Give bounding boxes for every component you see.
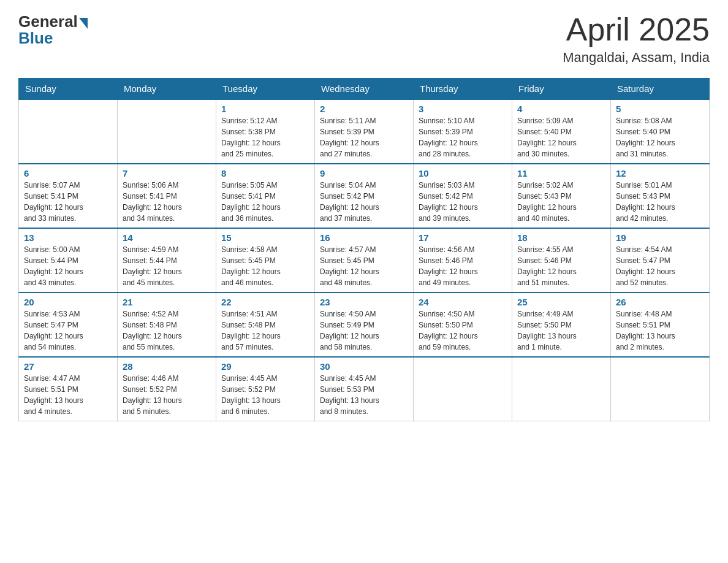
- day-info: Sunrise: 4:59 AM Sunset: 5:44 PM Dayligh…: [123, 244, 211, 288]
- day-info: Sunrise: 4:49 AM Sunset: 5:50 PM Dayligh…: [517, 308, 605, 353]
- day-info: Sunrise: 5:00 AM Sunset: 5:44 PM Dayligh…: [24, 244, 112, 288]
- logo-arrow-icon: [79, 18, 88, 29]
- day-number: 20: [24, 297, 112, 307]
- calendar-cell: 20Sunrise: 4:53 AM Sunset: 5:47 PM Dayli…: [19, 293, 118, 357]
- day-info: Sunrise: 4:54 AM Sunset: 5:47 PM Dayligh…: [616, 244, 704, 288]
- day-number: 12: [616, 168, 704, 178]
- weekday-header: Wednesday: [315, 79, 414, 100]
- day-info: Sunrise: 5:11 AM Sunset: 5:39 PM Dayligh…: [320, 115, 408, 159]
- day-number: 19: [616, 232, 704, 243]
- calendar-cell: [512, 357, 611, 421]
- day-number: 13: [24, 232, 112, 243]
- calendar-cell: 21Sunrise: 4:52 AM Sunset: 5:48 PM Dayli…: [118, 293, 216, 357]
- day-number: 17: [419, 232, 507, 243]
- day-info: Sunrise: 4:50 AM Sunset: 5:50 PM Dayligh…: [419, 308, 507, 353]
- day-info: Sunrise: 4:55 AM Sunset: 5:46 PM Dayligh…: [517, 244, 605, 288]
- calendar-cell: 12Sunrise: 5:01 AM Sunset: 5:43 PM Dayli…: [611, 164, 710, 228]
- calendar-week-row: 13Sunrise: 5:00 AM Sunset: 5:44 PM Dayli…: [19, 228, 710, 293]
- calendar-cell: 7Sunrise: 5:06 AM Sunset: 5:41 PM Daylig…: [118, 164, 216, 228]
- calendar-cell: 19Sunrise: 4:54 AM Sunset: 5:47 PM Dayli…: [611, 228, 710, 293]
- day-number: 18: [517, 232, 605, 243]
- weekday-header: Saturday: [611, 79, 710, 100]
- calendar-cell: 18Sunrise: 4:55 AM Sunset: 5:46 PM Dayli…: [512, 228, 611, 293]
- calendar-cell: 2Sunrise: 5:11 AM Sunset: 5:39 PM Daylig…: [315, 99, 414, 164]
- calendar-week-row: 1Sunrise: 5:12 AM Sunset: 5:38 PM Daylig…: [19, 99, 710, 164]
- day-info: Sunrise: 5:01 AM Sunset: 5:43 PM Dayligh…: [616, 180, 704, 224]
- calendar-cell: 3Sunrise: 5:10 AM Sunset: 5:39 PM Daylig…: [414, 99, 512, 164]
- weekday-header: Thursday: [414, 79, 512, 100]
- calendar-cell: 26Sunrise: 4:48 AM Sunset: 5:51 PM Dayli…: [611, 293, 710, 357]
- calendar-cell: 27Sunrise: 4:47 AM Sunset: 5:51 PM Dayli…: [19, 357, 118, 421]
- day-info: Sunrise: 4:48 AM Sunset: 5:51 PM Dayligh…: [616, 308, 704, 353]
- day-number: 9: [320, 168, 408, 178]
- calendar-cell: 1Sunrise: 5:12 AM Sunset: 5:38 PM Daylig…: [216, 99, 315, 164]
- calendar-week-row: 27Sunrise: 4:47 AM Sunset: 5:51 PM Dayli…: [19, 357, 710, 421]
- day-info: Sunrise: 5:09 AM Sunset: 5:40 PM Dayligh…: [517, 115, 605, 159]
- calendar-week-row: 20Sunrise: 4:53 AM Sunset: 5:47 PM Dayli…: [19, 293, 710, 357]
- calendar-cell: [118, 99, 216, 164]
- calendar-table: SundayMondayTuesdayWednesdayThursdayFrid…: [18, 78, 710, 421]
- day-number: 2: [320, 104, 408, 114]
- logo: General Blue: [18, 12, 88, 48]
- weekday-header: Tuesday: [216, 79, 315, 100]
- day-info: Sunrise: 4:56 AM Sunset: 5:46 PM Dayligh…: [419, 244, 507, 288]
- day-info: Sunrise: 4:46 AM Sunset: 5:52 PM Dayligh…: [123, 373, 211, 417]
- day-info: Sunrise: 4:47 AM Sunset: 5:51 PM Dayligh…: [24, 373, 112, 417]
- day-info: Sunrise: 5:06 AM Sunset: 5:41 PM Dayligh…: [123, 180, 211, 224]
- day-number: 24: [419, 297, 507, 307]
- day-number: 10: [419, 168, 507, 178]
- day-number: 23: [320, 297, 408, 307]
- day-number: 6: [24, 168, 112, 178]
- day-number: 16: [320, 232, 408, 243]
- page-subtitle: Mangaldai, Assam, India: [563, 50, 710, 66]
- calendar-cell: 6Sunrise: 5:07 AM Sunset: 5:41 PM Daylig…: [19, 164, 118, 228]
- day-number: 15: [221, 232, 309, 243]
- page-header: General Blue April 2025 Mangaldai, Assam…: [18, 12, 710, 66]
- day-number: 25: [517, 297, 605, 307]
- day-info: Sunrise: 4:45 AM Sunset: 5:52 PM Dayligh…: [221, 373, 309, 417]
- day-info: Sunrise: 5:03 AM Sunset: 5:42 PM Dayligh…: [419, 180, 507, 224]
- calendar-cell: 29Sunrise: 4:45 AM Sunset: 5:52 PM Dayli…: [216, 357, 315, 421]
- day-number: 3: [419, 104, 507, 114]
- day-info: Sunrise: 5:08 AM Sunset: 5:40 PM Dayligh…: [616, 115, 704, 159]
- calendar-cell: 28Sunrise: 4:46 AM Sunset: 5:52 PM Dayli…: [118, 357, 216, 421]
- calendar-cell: 9Sunrise: 5:04 AM Sunset: 5:42 PM Daylig…: [315, 164, 414, 228]
- title-section: April 2025 Mangaldai, Assam, India: [563, 12, 710, 66]
- day-info: Sunrise: 5:04 AM Sunset: 5:42 PM Dayligh…: [320, 180, 408, 224]
- day-number: 11: [517, 168, 605, 178]
- calendar-cell: 13Sunrise: 5:00 AM Sunset: 5:44 PM Dayli…: [19, 228, 118, 293]
- day-info: Sunrise: 5:10 AM Sunset: 5:39 PM Dayligh…: [419, 115, 507, 159]
- day-info: Sunrise: 4:51 AM Sunset: 5:48 PM Dayligh…: [221, 308, 309, 353]
- day-number: 27: [24, 361, 112, 372]
- day-info: Sunrise: 4:53 AM Sunset: 5:47 PM Dayligh…: [24, 308, 112, 353]
- calendar-cell: 15Sunrise: 4:58 AM Sunset: 5:45 PM Dayli…: [216, 228, 315, 293]
- day-info: Sunrise: 4:45 AM Sunset: 5:53 PM Dayligh…: [320, 373, 408, 417]
- day-number: 29: [221, 361, 309, 372]
- calendar-cell: 4Sunrise: 5:09 AM Sunset: 5:40 PM Daylig…: [512, 99, 611, 164]
- calendar-cell: 16Sunrise: 4:57 AM Sunset: 5:45 PM Dayli…: [315, 228, 414, 293]
- day-info: Sunrise: 4:58 AM Sunset: 5:45 PM Dayligh…: [221, 244, 309, 288]
- calendar-cell: 11Sunrise: 5:02 AM Sunset: 5:43 PM Dayli…: [512, 164, 611, 228]
- day-info: Sunrise: 5:02 AM Sunset: 5:43 PM Dayligh…: [517, 180, 605, 224]
- day-info: Sunrise: 4:57 AM Sunset: 5:45 PM Dayligh…: [320, 244, 408, 288]
- calendar-cell: 10Sunrise: 5:03 AM Sunset: 5:42 PM Dayli…: [414, 164, 512, 228]
- day-number: 7: [123, 168, 211, 178]
- logo-blue-text: Blue: [18, 29, 53, 48]
- calendar-cell: 23Sunrise: 4:50 AM Sunset: 5:49 PM Dayli…: [315, 293, 414, 357]
- day-number: 30: [320, 361, 408, 372]
- weekday-header: Monday: [118, 79, 216, 100]
- day-info: Sunrise: 4:52 AM Sunset: 5:48 PM Dayligh…: [123, 308, 211, 353]
- day-number: 1: [221, 104, 309, 114]
- day-number: 26: [616, 297, 704, 307]
- weekday-header: Sunday: [19, 79, 118, 100]
- calendar-cell: 22Sunrise: 4:51 AM Sunset: 5:48 PM Dayli…: [216, 293, 315, 357]
- weekday-header: Friday: [512, 79, 611, 100]
- calendar-header-row: SundayMondayTuesdayWednesdayThursdayFrid…: [19, 79, 710, 100]
- day-number: 28: [123, 361, 211, 372]
- day-number: 21: [123, 297, 211, 307]
- day-number: 5: [616, 104, 704, 114]
- calendar-cell: 14Sunrise: 4:59 AM Sunset: 5:44 PM Dayli…: [118, 228, 216, 293]
- calendar-cell: 25Sunrise: 4:49 AM Sunset: 5:50 PM Dayli…: [512, 293, 611, 357]
- calendar-cell: [414, 357, 512, 421]
- day-number: 22: [221, 297, 309, 307]
